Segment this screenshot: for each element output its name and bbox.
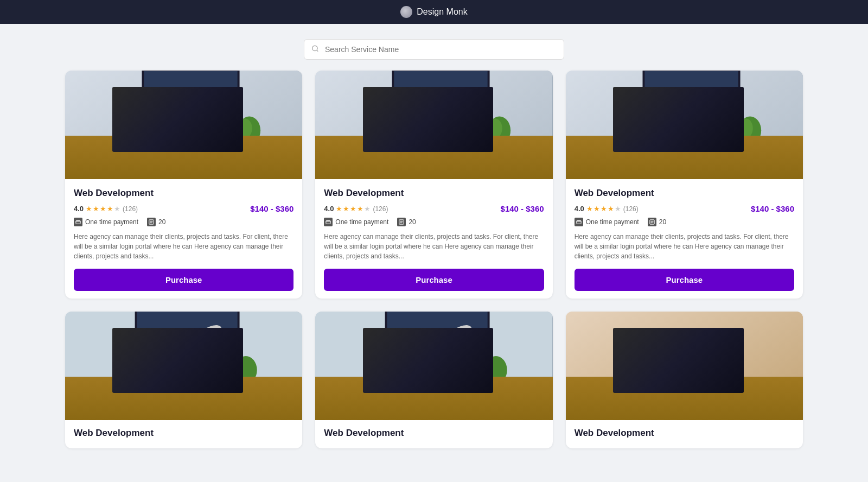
payment-label-2: One time payment bbox=[335, 218, 388, 226]
svg-rect-3 bbox=[65, 156, 302, 179]
svg-rect-71 bbox=[361, 378, 458, 380]
rating-count-2: (126) bbox=[373, 205, 388, 213]
star-1-1: ★ bbox=[86, 205, 92, 213]
card-info-1: One time payment 20 bbox=[74, 218, 293, 226]
svg-rect-8 bbox=[126, 119, 193, 137]
search-container bbox=[0, 24, 868, 71]
svg-rect-32 bbox=[326, 221, 330, 224]
payment-label-3: One time payment bbox=[586, 218, 639, 226]
payment-info-3: One time payment bbox=[575, 218, 639, 226]
svg-point-75 bbox=[485, 356, 507, 384]
svg-point-11 bbox=[238, 118, 252, 138]
navbar-logo bbox=[400, 6, 412, 18]
rating-section-1: 4.0 ★ ★ ★ ★ ★ (126) bbox=[74, 205, 138, 213]
svg-point-29 bbox=[488, 118, 502, 138]
svg-point-49 bbox=[698, 84, 729, 110]
rating-value-3: 4.0 bbox=[575, 205, 584, 213]
card-title-2: Web Development bbox=[324, 188, 544, 199]
svg-rect-44 bbox=[627, 119, 693, 137]
card-title-1: Web Development bbox=[74, 188, 293, 199]
svg-rect-20 bbox=[315, 71, 552, 179]
card-bottom-body-4: Web Development bbox=[65, 420, 302, 448]
card-title-6: Web Development bbox=[575, 428, 794, 439]
num-icon-2 bbox=[397, 218, 406, 226]
svg-point-13 bbox=[197, 84, 228, 110]
svg-rect-50 bbox=[576, 221, 580, 224]
svg-rect-57 bbox=[65, 397, 302, 420]
svg-rect-24 bbox=[364, 137, 455, 139]
card-body-2: Web Development 4.0 ★ ★ ★ ★ ★ (126) $140… bbox=[315, 179, 552, 299]
stars-2: ★ ★ ★ ★ ★ bbox=[336, 205, 371, 213]
purchase-button-2[interactable]: Purchase bbox=[324, 269, 544, 291]
svg-rect-39 bbox=[566, 156, 803, 179]
stars-3: ★ ★ ★ ★ ★ bbox=[586, 205, 621, 213]
svg-rect-43 bbox=[625, 118, 695, 139]
svg-rect-62 bbox=[122, 359, 196, 378]
service-card-2: Web Development 4.0 ★ ★ ★ ★ ★ (126) $140… bbox=[315, 71, 552, 299]
svg-rect-6 bbox=[114, 137, 205, 139]
navbar-title: Design Monk bbox=[417, 7, 467, 17]
purchase-button-3[interactable]: Purchase bbox=[575, 269, 794, 291]
svg-rect-82 bbox=[705, 337, 727, 356]
svg-rect-41 bbox=[644, 71, 738, 132]
card-meta-1: 4.0 ★ ★ ★ ★ ★ (126) $140 - $360 bbox=[74, 204, 293, 213]
svg-rect-48 bbox=[712, 97, 714, 153]
card-meta-3: 4.0 ★ ★ ★ ★ ★ (126) $140 - $360 bbox=[575, 204, 794, 213]
svg-point-47 bbox=[739, 118, 753, 138]
service-card-3: Web Development 4.0 ★ ★ ★ ★ ★ (126) $140… bbox=[566, 71, 803, 299]
service-card-6: Web Development bbox=[566, 312, 803, 448]
star-3-3: ★ bbox=[601, 205, 607, 213]
star-1-4: ★ bbox=[107, 205, 113, 213]
card-info-2: One time payment 20 bbox=[324, 218, 544, 226]
rating-section-3: 4.0 ★ ★ ★ ★ ★ (126) bbox=[575, 205, 639, 213]
star-2-1: ★ bbox=[336, 205, 342, 213]
payment-info-1: One time payment bbox=[74, 218, 138, 226]
card-bottom-body-5: Web Development bbox=[315, 420, 552, 448]
stars-1: ★ ★ ★ ★ ★ bbox=[86, 205, 120, 213]
svg-line-1 bbox=[317, 50, 318, 52]
card-body-1: Web Development 4.0 ★ ★ ★ ★ ★ (126) $140… bbox=[65, 179, 302, 299]
rating-value-2: 4.0 bbox=[324, 205, 334, 213]
svg-rect-73 bbox=[373, 359, 446, 378]
price-range-3: $140 - $360 bbox=[751, 204, 794, 213]
service-card-5: Web Development bbox=[315, 312, 552, 448]
svg-rect-38 bbox=[566, 71, 803, 179]
star-1-2: ★ bbox=[93, 205, 99, 213]
card-body-3: Web Development 4.0 ★ ★ ★ ★ ★ (126) $140… bbox=[566, 179, 803, 299]
svg-rect-5 bbox=[144, 71, 237, 132]
card-bottom-body-6: Web Development bbox=[566, 420, 803, 448]
search-input[interactable] bbox=[304, 39, 564, 60]
svg-rect-70 bbox=[387, 312, 488, 374]
svg-rect-72 bbox=[371, 358, 448, 380]
star-2-3: ★ bbox=[350, 205, 356, 213]
card-info-3: One time payment 20 bbox=[575, 218, 794, 226]
payment-icon-3 bbox=[575, 218, 583, 226]
svg-rect-68 bbox=[315, 397, 552, 420]
svg-rect-42 bbox=[615, 137, 705, 139]
card-image-6 bbox=[566, 312, 803, 420]
card-desc-3: Here agency can manage their clients, pr… bbox=[575, 232, 794, 261]
svg-rect-61 bbox=[121, 358, 197, 380]
price-range-1: $140 - $360 bbox=[250, 204, 293, 213]
card-image-1 bbox=[65, 71, 302, 179]
card-image-2 bbox=[315, 71, 552, 179]
navbar: Design Monk bbox=[0, 0, 868, 24]
svg-rect-2 bbox=[65, 71, 302, 179]
svg-rect-67 bbox=[315, 312, 552, 420]
svg-rect-14 bbox=[76, 221, 80, 224]
cards-grid: Web Development 4.0 ★ ★ ★ ★ ★ (126) $140… bbox=[0, 71, 868, 470]
star-1-5: ★ bbox=[114, 205, 120, 213]
svg-rect-12 bbox=[212, 97, 214, 153]
svg-rect-65 bbox=[208, 334, 210, 394]
rating-count-3: (126) bbox=[623, 205, 639, 213]
purchase-button-1[interactable]: Purchase bbox=[74, 269, 293, 291]
card-image-5 bbox=[315, 312, 552, 420]
payment-label-1: One time payment bbox=[85, 218, 138, 226]
svg-point-64 bbox=[235, 356, 257, 384]
star-2-4: ★ bbox=[357, 205, 363, 213]
rating-value-1: 4.0 bbox=[74, 205, 84, 213]
num-icon-3 bbox=[648, 218, 656, 226]
payment-icon-1 bbox=[74, 218, 82, 226]
card-meta-2: 4.0 ★ ★ ★ ★ ★ (126) $140 - $360 bbox=[324, 204, 544, 213]
svg-point-83 bbox=[663, 331, 685, 352]
